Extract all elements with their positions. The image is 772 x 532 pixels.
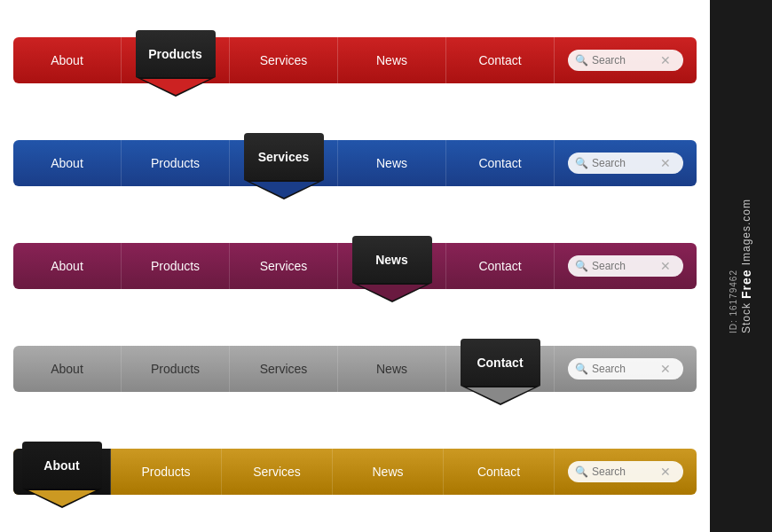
nav-item-products-gray[interactable]: Products <box>122 346 230 392</box>
nav-item-products-purple[interactable]: Products <box>122 243 230 289</box>
nav-item-news-gold[interactable]: News <box>333 449 444 495</box>
nav-item-services-purple[interactable]: Services <box>230 243 338 289</box>
badge-products-red: Products <box>136 30 216 97</box>
sidebar-text: ID: 16179462 Stock Free Images.com <box>729 199 753 333</box>
search-icon-gold: 🔍 <box>575 466 588 478</box>
main-content: About Products Services News Contact 🔍 ✕ <box>0 0 710 532</box>
sidebar-free: Free <box>739 269 753 299</box>
search-box-purple[interactable]: 🔍 ✕ <box>568 255 683 277</box>
search-input-blue[interactable] <box>592 157 658 169</box>
nav-item-about-gold[interactable]: About <box>13 449 111 495</box>
search-box-gold[interactable]: 🔍 ✕ <box>568 461 683 482</box>
nav-item-contact-purple[interactable]: Contact <box>446 243 555 289</box>
search-area-red: 🔍 ✕ <box>555 37 697 83</box>
nav-item-about-gray[interactable]: About <box>13 346 122 392</box>
nav-item-news-gray[interactable]: News <box>338 346 446 392</box>
nav-item-contact-blue[interactable]: Contact <box>446 140 555 186</box>
nav-item-about-red[interactable]: About <box>13 37 122 83</box>
navbar-gold: About Products Services News Contact 🔍 ✕ <box>13 449 697 495</box>
search-area-gold: 🔍 ✕ <box>555 449 697 495</box>
search-clear-blue[interactable]: ✕ <box>660 156 671 170</box>
search-icon-purple: 🔍 <box>575 260 588 272</box>
search-box-blue[interactable]: 🔍 ✕ <box>568 153 683 174</box>
sidebar-domain: Images.com <box>740 199 752 265</box>
search-clear-red[interactable]: ✕ <box>660 53 671 67</box>
sidebar-id: ID: 16179462 <box>729 270 738 333</box>
nav-item-news-red[interactable]: News <box>338 37 446 83</box>
badge-about-gold: About <box>22 442 102 508</box>
nav-item-services-gray[interactable]: Services <box>230 346 338 392</box>
nav-item-services-blue[interactable]: Services <box>230 140 338 186</box>
search-box-gray[interactable]: 🔍 ✕ <box>568 358 683 379</box>
badge-contact-gray: Contact <box>461 339 540 405</box>
sidebar-stock: Stock <box>740 302 752 333</box>
nav-item-contact-gray[interactable]: Contact <box>446 346 555 392</box>
search-area-purple: 🔍 ✕ <box>555 243 697 289</box>
nav-item-products-red[interactable]: Products <box>122 37 230 83</box>
search-clear-purple[interactable]: ✕ <box>660 259 671 273</box>
nav-item-about-purple[interactable]: About <box>13 243 122 289</box>
search-area-gray: 🔍 ✕ <box>555 346 697 392</box>
nav-item-services-gold[interactable]: Services <box>222 449 333 495</box>
search-input-red[interactable] <box>592 54 658 66</box>
navbar-purple: About Products Services News Contact 🔍 ✕ <box>13 243 697 289</box>
search-area-blue: 🔍 ✕ <box>555 140 697 186</box>
search-icon-blue: 🔍 <box>575 157 588 169</box>
nav-item-news-blue[interactable]: News <box>338 140 446 186</box>
nav-item-products-blue[interactable]: Products <box>122 140 230 186</box>
search-input-purple[interactable] <box>592 260 658 272</box>
search-icon-red: 🔍 <box>575 54 588 66</box>
nav-item-services-red[interactable]: Services <box>230 37 338 83</box>
search-box-red[interactable]: 🔍 ✕ <box>568 50 683 71</box>
sidebar: ID: 16179462 Stock Free Images.com <box>710 0 772 532</box>
nav-item-news-purple[interactable]: News <box>338 243 446 289</box>
search-icon-gray: 🔍 <box>575 363 588 375</box>
badge-news-purple: News <box>352 236 432 302</box>
nav-item-contact-red[interactable]: Contact <box>446 37 555 83</box>
nav-item-about-blue[interactable]: About <box>13 140 122 186</box>
navbar-red: About Products Services News Contact 🔍 ✕ <box>13 37 697 83</box>
nav-item-contact-gold[interactable]: Contact <box>444 449 555 495</box>
navbar-blue: About Products Services News Contact 🔍 ✕ <box>13 140 697 186</box>
nav-item-products-gold[interactable]: Products <box>111 449 222 495</box>
search-clear-gray[interactable]: ✕ <box>660 362 671 376</box>
navbar-gray: About Products Services News Contact 🔍 ✕ <box>13 346 697 392</box>
search-input-gold[interactable] <box>592 466 658 478</box>
badge-services-blue: Services <box>244 133 324 200</box>
search-clear-gold[interactable]: ✕ <box>660 465 671 479</box>
search-input-gray[interactable] <box>592 363 658 375</box>
